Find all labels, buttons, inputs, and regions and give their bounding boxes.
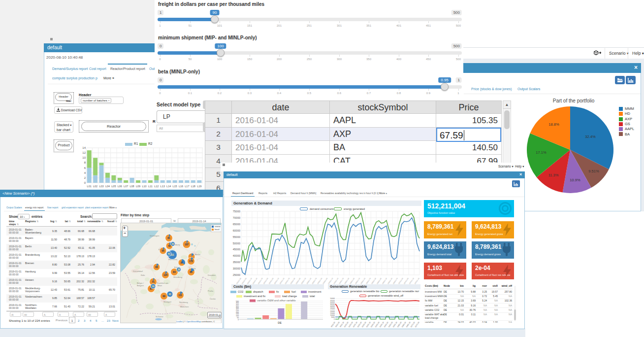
svg-text:00301 15: 00301 15	[306, 277, 312, 284]
svg-text:00601 00: 00601 00	[371, 277, 377, 284]
svg-text:DE: DE	[278, 321, 282, 324]
svg-text:00701 00: 00701 00	[398, 277, 404, 284]
svg-text:L08: L08	[130, 185, 134, 188]
svg-text:18.8%: 18.8%	[548, 122, 559, 127]
svg-text:L13: L13	[161, 185, 165, 188]
svg-text:60000: 60000	[233, 229, 240, 232]
svg-text:00101 00: 00101 00	[236, 277, 242, 284]
svg-text:50000: 50000	[233, 242, 240, 245]
svg-text:37: 37	[180, 262, 183, 264]
svg-text:35000: 35000	[233, 261, 240, 264]
svg-text:L11: L11	[148, 185, 153, 188]
svg-text:111: 111	[178, 294, 182, 297]
svg-text:300: 300	[236, 307, 239, 309]
svg-text:75000: 75000	[233, 210, 240, 213]
svg-text:0: 0	[238, 319, 239, 321]
svg-text:71: 71	[152, 281, 155, 283]
svg-text:00201 00: 00201 00	[263, 277, 269, 284]
svg-text:00501 00: 00501 00	[344, 277, 350, 284]
svg-text:L18: L18	[191, 185, 195, 188]
svg-text:00401 10: 00401 10	[328, 277, 334, 284]
svg-text:L12: L12	[154, 185, 159, 188]
svg-text:L06: L06	[118, 185, 122, 188]
svg-text:107: 107	[185, 243, 189, 246]
svg-text:500: 500	[236, 301, 239, 303]
svg-text:65000: 65000	[233, 223, 240, 226]
svg-text:00601 10: 00601 10	[382, 277, 387, 284]
svg-text:200: 200	[236, 311, 239, 313]
svg-text:00501 10: 00501 10	[354, 277, 360, 284]
svg-text:2: 2	[84, 176, 86, 179]
svg-text:L16: L16	[179, 185, 183, 188]
svg-text:L09: L09	[136, 185, 140, 188]
svg-text:43: 43	[167, 253, 170, 255]
svg-text:6: 6	[84, 167, 86, 169]
svg-text:00401 00: 00401 00	[317, 277, 323, 284]
svg-text:00701 15: 00701 15	[414, 277, 420, 284]
svg-text:250: 250	[236, 309, 239, 311]
svg-text:00301 00: 00301 00	[290, 277, 296, 284]
svg-text:L05: L05	[111, 185, 116, 188]
svg-text:400: 400	[236, 304, 239, 306]
svg-text:00201 20: 00201 20	[285, 277, 290, 284]
svg-text:L02: L02	[93, 185, 97, 188]
svg-text:L04: L04	[105, 185, 110, 188]
svg-text:00701 10: 00701 10	[409, 277, 415, 284]
svg-text:0071 09: 0071 09	[415, 321, 420, 328]
svg-text:25000: 25000	[233, 273, 240, 276]
svg-text:63: 63	[155, 266, 158, 269]
svg-text:124: 124	[163, 274, 167, 276]
svg-text:12: 12	[82, 151, 86, 154]
svg-text:45000: 45000	[233, 248, 240, 251]
svg-text:4: 4	[84, 171, 86, 174]
svg-text:68: 68	[162, 295, 165, 298]
svg-text:10: 10	[82, 156, 86, 159]
svg-text:00401 05: 00401 05	[322, 277, 328, 284]
svg-text:L15: L15	[173, 185, 177, 188]
svg-text:L19: L19	[197, 185, 201, 188]
svg-text:11.3%: 11.3%	[548, 173, 559, 177]
svg-text:70000: 70000	[233, 216, 240, 219]
svg-text:L01: L01	[87, 185, 92, 188]
svg-text:66: 66	[190, 271, 193, 273]
svg-text:0: 0	[334, 318, 335, 320]
svg-text:00101 10: 00101 10	[247, 277, 253, 284]
svg-text:L10: L10	[142, 185, 146, 188]
svg-text:9.51%: 9.51%	[588, 169, 599, 173]
svg-text:43: 43	[168, 293, 171, 296]
svg-text:00601 20: 00601 20	[392, 277, 398, 284]
svg-text:55000: 55000	[233, 236, 240, 238]
svg-text:50: 50	[237, 317, 239, 319]
svg-text:84: 84	[173, 271, 176, 273]
svg-text:29: 29	[152, 285, 155, 288]
svg-text:14: 14	[82, 146, 86, 149]
svg-text:40000: 40000	[233, 254, 240, 257]
svg-text:00301 10: 00301 10	[301, 277, 307, 284]
svg-text:81: 81	[167, 237, 170, 239]
svg-text:L03: L03	[99, 185, 103, 188]
svg-text:00101 15: 00101 15	[252, 277, 258, 284]
svg-text:32.4%: 32.4%	[585, 135, 596, 139]
svg-text:00501 15: 00501 15	[360, 277, 366, 284]
svg-text:55: 55	[161, 250, 164, 252]
svg-text:30: 30	[171, 243, 174, 245]
svg-text:350: 350	[236, 306, 239, 308]
svg-text:17.1%: 17.1%	[536, 150, 547, 155]
svg-text:L07: L07	[124, 185, 128, 188]
svg-text:L17: L17	[185, 185, 189, 188]
svg-text:450: 450	[236, 302, 239, 304]
svg-text:00201 05: 00201 05	[268, 277, 274, 284]
svg-text:L14: L14	[166, 185, 171, 188]
svg-text:00201 10: 00201 10	[274, 277, 280, 284]
svg-text:100: 100	[236, 315, 239, 317]
svg-text:10.9%: 10.9%	[570, 178, 580, 182]
svg-text:42: 42	[168, 245, 171, 247]
svg-text:00401 20: 00401 20	[339, 277, 345, 284]
svg-text:8: 8	[84, 161, 86, 164]
svg-text:172: 172	[189, 260, 193, 263]
svg-text:150: 150	[236, 313, 239, 315]
svg-text:30000: 30000	[233, 267, 240, 270]
svg-text:0: 0	[84, 181, 86, 184]
svg-text:00601 05: 00601 05	[376, 277, 382, 284]
svg-text:28: 28	[177, 269, 180, 271]
